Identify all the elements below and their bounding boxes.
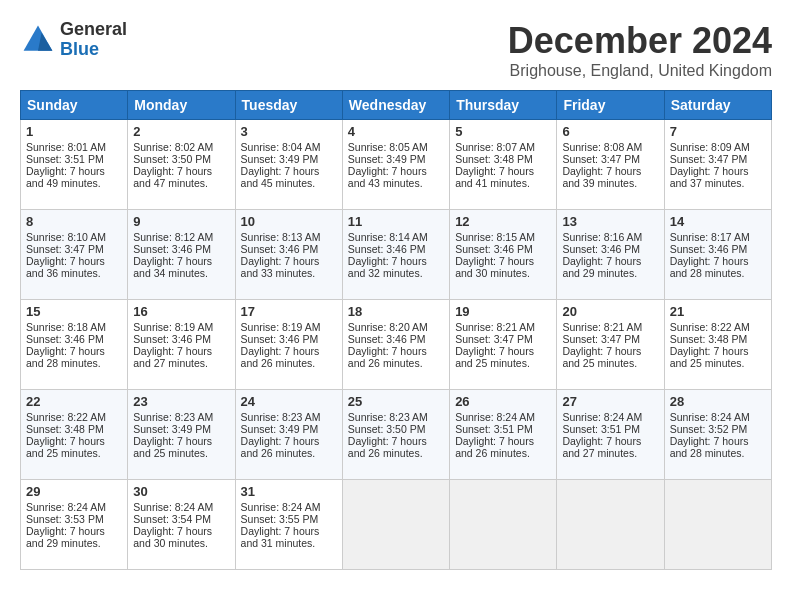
daylight-text: Daylight: 7 hours and 49 minutes. [26,165,122,189]
sunrise-text: Sunrise: 8:20 AM [348,321,444,333]
sunrise-text: Sunrise: 8:21 AM [562,321,658,333]
sunrise-text: Sunrise: 8:23 AM [241,411,337,423]
location-subtitle: Brighouse, England, United Kingdom [508,62,772,80]
sunrise-text: Sunrise: 8:24 AM [562,411,658,423]
sunrise-text: Sunrise: 8:24 AM [455,411,551,423]
sunset-text: Sunset: 3:48 PM [455,153,551,165]
calendar-cell: 10Sunrise: 8:13 AMSunset: 3:46 PMDayligh… [235,210,342,300]
sunrise-text: Sunrise: 8:13 AM [241,231,337,243]
logo-text: General Blue [60,20,127,60]
day-number: 8 [26,214,122,229]
daylight-text: Daylight: 7 hours and 29 minutes. [562,255,658,279]
daylight-text: Daylight: 7 hours and 45 minutes. [241,165,337,189]
calendar-cell: 24Sunrise: 8:23 AMSunset: 3:49 PMDayligh… [235,390,342,480]
logo-general: General [60,19,127,39]
daylight-text: Daylight: 7 hours and 43 minutes. [348,165,444,189]
day-number: 9 [133,214,229,229]
daylight-text: Daylight: 7 hours and 28 minutes. [670,255,766,279]
sunrise-text: Sunrise: 8:22 AM [670,321,766,333]
daylight-text: Daylight: 7 hours and 37 minutes. [670,165,766,189]
weekday-header-saturday: Saturday [664,91,771,120]
sunrise-text: Sunrise: 8:19 AM [133,321,229,333]
sunrise-text: Sunrise: 8:24 AM [133,501,229,513]
sunset-text: Sunset: 3:50 PM [348,423,444,435]
day-number: 12 [455,214,551,229]
sunset-text: Sunset: 3:49 PM [241,153,337,165]
sunset-text: Sunset: 3:46 PM [133,243,229,255]
daylight-text: Daylight: 7 hours and 26 minutes. [348,345,444,369]
sunset-text: Sunset: 3:48 PM [670,333,766,345]
day-number: 3 [241,124,337,139]
day-number: 5 [455,124,551,139]
daylight-text: Daylight: 7 hours and 31 minutes. [241,525,337,549]
daylight-text: Daylight: 7 hours and 25 minutes. [133,435,229,459]
sunrise-text: Sunrise: 8:05 AM [348,141,444,153]
calendar-cell: 7Sunrise: 8:09 AMSunset: 3:47 PMDaylight… [664,120,771,210]
sunrise-text: Sunrise: 8:22 AM [26,411,122,423]
calendar-cell: 1Sunrise: 8:01 AMSunset: 3:51 PMDaylight… [21,120,128,210]
sunset-text: Sunset: 3:46 PM [348,333,444,345]
daylight-text: Daylight: 7 hours and 26 minutes. [241,345,337,369]
sunrise-text: Sunrise: 8:07 AM [455,141,551,153]
calendar-cell: 2Sunrise: 8:02 AMSunset: 3:50 PMDaylight… [128,120,235,210]
weekday-header-thursday: Thursday [450,91,557,120]
calendar-cell: 28Sunrise: 8:24 AMSunset: 3:52 PMDayligh… [664,390,771,480]
day-number: 21 [670,304,766,319]
logo-icon [20,22,56,58]
sunrise-text: Sunrise: 8:01 AM [26,141,122,153]
weekday-header-friday: Friday [557,91,664,120]
sunset-text: Sunset: 3:46 PM [348,243,444,255]
calendar-cell: 21Sunrise: 8:22 AMSunset: 3:48 PMDayligh… [664,300,771,390]
weekday-header-wednesday: Wednesday [342,91,449,120]
daylight-text: Daylight: 7 hours and 47 minutes. [133,165,229,189]
sunset-text: Sunset: 3:46 PM [455,243,551,255]
sunrise-text: Sunrise: 8:15 AM [455,231,551,243]
sunrise-text: Sunrise: 8:23 AM [348,411,444,423]
month-year-title: December 2024 [508,20,772,62]
daylight-text: Daylight: 7 hours and 25 minutes. [670,345,766,369]
sunrise-text: Sunrise: 8:09 AM [670,141,766,153]
calendar-cell [450,480,557,570]
day-number: 26 [455,394,551,409]
calendar-table: SundayMondayTuesdayWednesdayThursdayFrid… [20,90,772,570]
day-number: 4 [348,124,444,139]
sunrise-text: Sunrise: 8:23 AM [133,411,229,423]
sunset-text: Sunset: 3:46 PM [133,333,229,345]
daylight-text: Daylight: 7 hours and 39 minutes. [562,165,658,189]
calendar-cell: 31Sunrise: 8:24 AMSunset: 3:55 PMDayligh… [235,480,342,570]
day-number: 10 [241,214,337,229]
calendar-cell: 13Sunrise: 8:16 AMSunset: 3:46 PMDayligh… [557,210,664,300]
day-number: 20 [562,304,658,319]
sunset-text: Sunset: 3:51 PM [562,423,658,435]
daylight-text: Daylight: 7 hours and 29 minutes. [26,525,122,549]
sunrise-text: Sunrise: 8:17 AM [670,231,766,243]
calendar-week-row: 8Sunrise: 8:10 AMSunset: 3:47 PMDaylight… [21,210,772,300]
sunset-text: Sunset: 3:54 PM [133,513,229,525]
sunrise-text: Sunrise: 8:16 AM [562,231,658,243]
sunset-text: Sunset: 3:55 PM [241,513,337,525]
calendar-cell: 3Sunrise: 8:04 AMSunset: 3:49 PMDaylight… [235,120,342,210]
daylight-text: Daylight: 7 hours and 25 minutes. [562,345,658,369]
calendar-cell: 6Sunrise: 8:08 AMSunset: 3:47 PMDaylight… [557,120,664,210]
sunset-text: Sunset: 3:46 PM [670,243,766,255]
sunrise-text: Sunrise: 8:21 AM [455,321,551,333]
day-number: 11 [348,214,444,229]
calendar-cell: 23Sunrise: 8:23 AMSunset: 3:49 PMDayligh… [128,390,235,480]
calendar-cell: 29Sunrise: 8:24 AMSunset: 3:53 PMDayligh… [21,480,128,570]
calendar-cell: 18Sunrise: 8:20 AMSunset: 3:46 PMDayligh… [342,300,449,390]
weekday-header-row: SundayMondayTuesdayWednesdayThursdayFrid… [21,91,772,120]
sunset-text: Sunset: 3:46 PM [241,333,337,345]
day-number: 6 [562,124,658,139]
calendar-week-row: 29Sunrise: 8:24 AMSunset: 3:53 PMDayligh… [21,480,772,570]
daylight-text: Daylight: 7 hours and 27 minutes. [133,345,229,369]
sunset-text: Sunset: 3:47 PM [670,153,766,165]
sunset-text: Sunset: 3:49 PM [133,423,229,435]
calendar-cell: 25Sunrise: 8:23 AMSunset: 3:50 PMDayligh… [342,390,449,480]
sunrise-text: Sunrise: 8:08 AM [562,141,658,153]
sunset-text: Sunset: 3:48 PM [26,423,122,435]
weekday-header-monday: Monday [128,91,235,120]
calendar-cell [664,480,771,570]
calendar-cell: 9Sunrise: 8:12 AMSunset: 3:46 PMDaylight… [128,210,235,300]
day-number: 18 [348,304,444,319]
day-number: 2 [133,124,229,139]
